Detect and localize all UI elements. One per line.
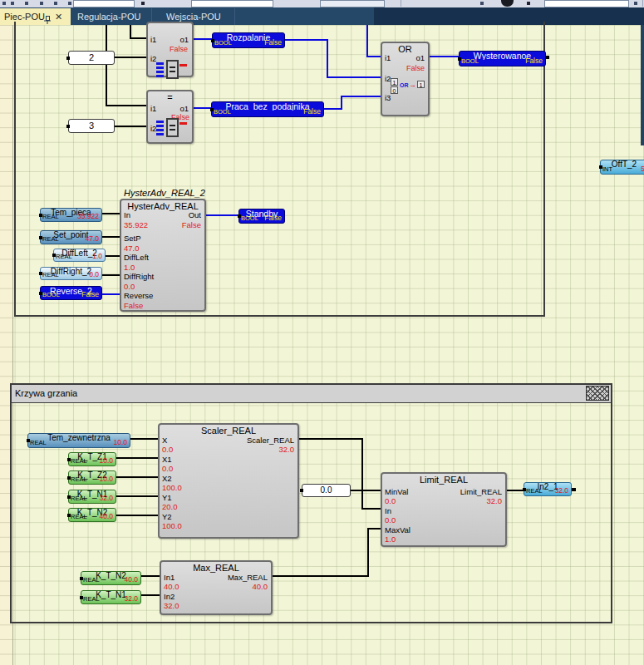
var-box-diffleft-2[interactable]: DiffLeft_2 REAL 1.0 — [53, 249, 106, 262]
var-box-k-t-z1[interactable]: K_T_Z1 REAL 10.0 — [68, 452, 116, 466]
pin-setp: SetP — [124, 234, 141, 243]
wire — [194, 38, 212, 40]
var-box-offt-2[interactable]: OffT_2 INT 5 — [600, 160, 644, 175]
scaler-real-block[interactable]: Scaler_REAL X 0.0 X1 0.0 X2 100.0 Y1 20.… — [158, 423, 299, 539]
resize-handle-icon[interactable] — [586, 386, 609, 401]
var-value: 0.0 — [89, 271, 99, 278]
toolbar-icon[interactable] — [25, 2, 28, 5]
wire — [106, 255, 120, 257]
pin-diffright-value: 0.0 — [124, 283, 135, 291]
output-label-rozpalanie[interactable]: Rozpalanie BOOL False — [212, 32, 285, 48]
toolbar-icon[interactable] — [501, 0, 514, 7]
pin-i1: i1 — [385, 54, 391, 62]
wire — [130, 37, 146, 39]
pin-out: Out — [189, 211, 201, 219]
wire — [361, 438, 363, 510]
toolbar-icon[interactable] — [480, 2, 484, 5]
var-type: REAL — [42, 214, 59, 220]
wire — [273, 575, 369, 577]
toolbar-icon[interactable] — [40, 2, 43, 5]
pin-reverse-value: False — [124, 302, 143, 310]
wire — [116, 457, 158, 459]
var-box-in2-1[interactable]: In2_1 REAL 32.0 — [524, 482, 572, 496]
var-box-reverse-2[interactable]: Reverse_2 BOOL False — [40, 286, 102, 300]
diagram-canvas[interactable]: Krzywa grzania i1 i2 — [0, 25, 644, 665]
pin-x1-value: 0.0 — [162, 465, 173, 473]
toolbar-input[interactable] — [544, 0, 629, 7]
comment-title: Krzywa grzania — [15, 388, 77, 398]
var-box-k-t-n2[interactable]: K_T_N2 REAL 40.0 — [68, 508, 116, 522]
wire — [106, 105, 146, 106]
pin-diffleft-value: 1.0 — [124, 264, 135, 272]
output-label-standby[interactable]: Standby BOOL False — [238, 209, 285, 224]
toolbar-icon[interactable] — [54, 2, 57, 5]
var-box-diffright-2[interactable]: DiffRight_2 REAL 0.0 — [40, 267, 102, 280]
var-value: 47.0 — [85, 235, 99, 243]
pin-o1: o1 — [415, 54, 425, 62]
pin-in2-value: 32.0 — [164, 602, 179, 610]
var-value: -10.0 — [97, 475, 113, 483]
instance-name[interactable]: HysterAdv_REAL_2 — [121, 188, 208, 198]
output-label-wysterowanoe[interactable]: Wysterowanoe BOOL False — [459, 51, 546, 66]
var-value: 32.0 — [124, 595, 138, 603]
var-type: INT — [602, 166, 612, 173]
equals-icon — [156, 118, 188, 139]
dropdown-icon[interactable] — [527, 2, 530, 5]
wire — [141, 575, 160, 577]
toolbar-icon[interactable] — [634, 2, 637, 5]
limit-real-block[interactable]: Limit_REAL MinVal 0.0 In 0.0 MaxVal 1.0 … — [381, 472, 507, 547]
toolbar-separator — [401, 0, 401, 7]
comment-header[interactable]: Krzywa grzania — [12, 385, 611, 403]
toolbar-icon[interactable] — [2, 2, 6, 5]
constant-2[interactable]: 2 — [68, 51, 115, 65]
pin-maxval: MaxVal — [385, 526, 410, 534]
var-box-set-point[interactable]: Set_point REAL 47.0 — [40, 230, 102, 244]
constant-0-0[interactable]: 0.0 — [302, 484, 351, 497]
constant-3[interactable]: 3 — [68, 119, 115, 133]
wire — [194, 107, 211, 109]
pin-out: Max_REAL — [228, 574, 268, 582]
label-type: BOOL — [214, 40, 232, 47]
pin-x-value: 0.0 — [162, 446, 173, 454]
wire — [102, 293, 120, 295]
var-box-tem-pieca[interactable]: Tem_pieca REAL 35.922 — [40, 208, 102, 222]
wire — [351, 490, 381, 491]
pin-maxval-value: 1.0 — [385, 535, 396, 544]
var-box-k-t-n2-b[interactable]: K_T_N2 REAL 40.0 — [81, 571, 141, 585]
block-title: Max_REAL — [161, 563, 271, 573]
var-value: 10.0 — [113, 439, 127, 446]
or-block[interactable]: OR i1 i2 i3 o1 False 1 0 OR → 1 — [381, 42, 430, 116]
pin-out-value: 40.0 — [253, 583, 268, 591]
eq-block-1[interactable]: i1 i2 o1 False — [146, 22, 194, 77]
wire — [116, 495, 158, 497]
label-value: False — [264, 39, 282, 47]
pin-y1: Y1 — [162, 494, 172, 502]
var-box-k-t-n1[interactable]: K_T_N1 REAL 32.0 — [68, 490, 116, 504]
toolbar-input[interactable] — [191, 0, 273, 7]
wire — [116, 476, 158, 478]
wire — [327, 76, 381, 78]
wire — [324, 108, 342, 110]
toolbar-input[interactable] — [73, 0, 135, 7]
toolbar-icon[interactable] — [11, 2, 14, 5]
pin-i3: i3 — [385, 94, 391, 102]
hysteradv-real-block[interactable]: HysterAdv_REAL In 35.922 SetP 47.0 DiffL… — [120, 199, 206, 312]
wire — [327, 39, 328, 78]
wire — [106, 25, 107, 106]
var-box-tem-zewnetrzna[interactable]: Tem_zewnetrzna REAL 10.0 — [27, 433, 130, 448]
or-gate-icon: 1 0 OR → 1 — [391, 78, 427, 95]
output-label-praca-bez-podajnika[interactable]: Praca_bez_podajnika BOOL False — [211, 101, 324, 117]
toolbar-icon[interactable] — [68, 2, 71, 5]
dropdown-icon[interactable] — [141, 2, 145, 5]
max-real-block[interactable]: Max_REAL In1 40.0 In2 32.0 Max_REAL 40.0 — [160, 560, 273, 615]
label-value: False — [525, 57, 543, 65]
wire — [367, 528, 369, 577]
pin-x: X — [162, 436, 167, 445]
var-value: 35.922 — [77, 213, 99, 220]
toolbar-input[interactable] — [320, 0, 385, 7]
label-value: False — [264, 214, 282, 222]
var-box-k-t-z2[interactable]: K_T_Z2 REAL -10.0 — [68, 470, 116, 485]
eq-block-2[interactable]: = i1 i2 o1 False — [146, 90, 194, 144]
var-box-k-t-n1-b[interactable]: K_T_N1 REAL 32.0 — [81, 590, 141, 604]
var-type: REAL — [71, 476, 87, 483]
